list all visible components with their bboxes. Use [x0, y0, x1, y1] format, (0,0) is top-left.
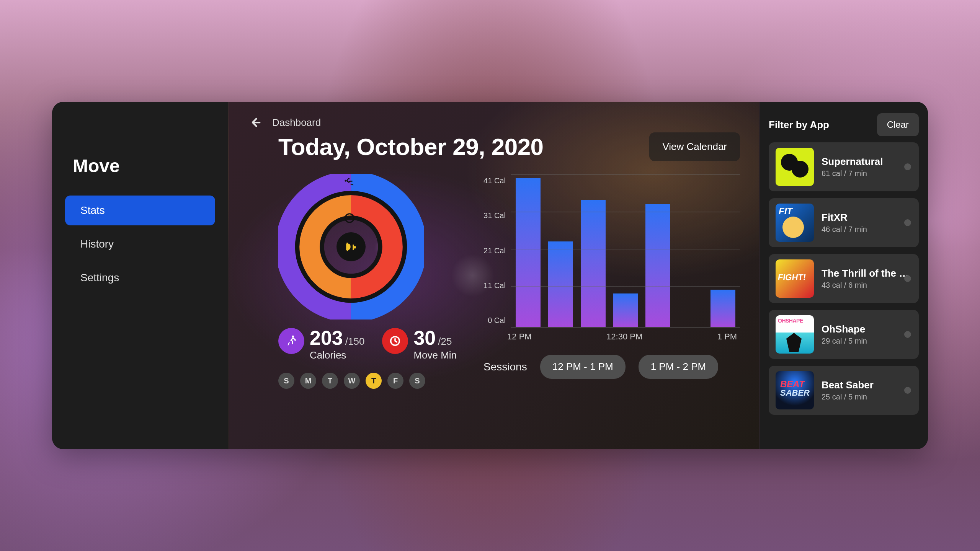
- view-calendar-button[interactable]: View Calendar: [649, 132, 740, 161]
- chart-ytick: 21 Cal: [483, 246, 506, 255]
- movemin-goal: /25: [438, 336, 452, 347]
- app-filter-item[interactable]: OhShape29 cal / 5 min: [769, 310, 919, 359]
- app-name: Beat Saber: [822, 379, 874, 391]
- calories-goal: /150: [345, 336, 365, 347]
- clock-icon: [344, 212, 355, 224]
- app-thumbnail: [776, 259, 814, 298]
- app-substat: 25 cal / 5 min: [822, 393, 874, 401]
- filter-title: Filter by App: [769, 119, 829, 131]
- page-title: Today, October 29, 2020: [278, 133, 544, 160]
- status-dot-icon: [904, 163, 911, 170]
- movemin-stat: 30 /25 Move Min: [382, 326, 457, 361]
- clock-icon: [382, 328, 408, 354]
- status-dot-icon: [904, 387, 911, 394]
- app-substat: 46 cal / 7 min: [822, 225, 867, 234]
- activity-rings-block: 203 /150 Calories 30: [278, 174, 457, 389]
- svg-point-8: [292, 336, 294, 338]
- chart-ytick: 11 Cal: [483, 281, 506, 290]
- chart-x-labels: 12 PM12:30 PM1 PM: [483, 327, 740, 342]
- sidebar: Move Stats History Settings: [52, 102, 228, 449]
- app-name: FitXR: [822, 212, 867, 223]
- chart-xtick: 12 PM: [507, 332, 532, 342]
- app-thumbnail: [776, 371, 814, 409]
- app-filter-item[interactable]: The Thrill of the Fi...43 cal / 6 min: [769, 254, 919, 303]
- sidebar-item-stats[interactable]: Stats: [65, 196, 215, 225]
- session-chip-1[interactable]: 12 PM - 1 PM: [540, 355, 626, 379]
- status-dot-icon: [904, 219, 911, 226]
- trophy-icon: [336, 232, 366, 261]
- sidebar-item-history[interactable]: History: [65, 229, 215, 259]
- weekday-chip[interactable]: T: [366, 373, 382, 389]
- app-substat: 61 cal / 7 min: [822, 169, 883, 178]
- app-name: Supernatural: [822, 156, 883, 168]
- chart-bar: [710, 290, 735, 327]
- calories-label: Calories: [310, 349, 364, 361]
- sidebar-item-settings[interactable]: Settings: [65, 263, 215, 293]
- chart-bar: [548, 241, 573, 327]
- app-name: OhShape: [822, 323, 867, 335]
- app-substat: 29 cal / 5 min: [822, 337, 867, 346]
- chart-bar: [516, 178, 541, 327]
- sessions-row: Sessions 12 PM - 1 PM 1 PM - 2 PM: [483, 355, 740, 379]
- app-filter-item[interactable]: Supernatural61 cal / 7 min: [769, 142, 919, 191]
- clear-filter-button[interactable]: Clear: [877, 113, 919, 136]
- weekday-chips: SMTWTFS: [278, 373, 425, 389]
- session-chip-2[interactable]: 1 PM - 2 PM: [639, 355, 718, 379]
- calories-value: 203: [310, 326, 343, 349]
- sidebar-title: Move: [73, 155, 215, 176]
- calories-stat: 203 /150 Calories: [278, 326, 364, 361]
- app-thumbnail: [776, 204, 814, 242]
- weekday-chip[interactable]: F: [387, 373, 403, 389]
- chart-bar: [613, 293, 638, 327]
- app-thumbnail: [776, 315, 814, 354]
- run-icon: [278, 328, 304, 354]
- chart-y-labels: 41 Cal31 Cal21 Cal11 Cal0 Cal: [483, 174, 506, 327]
- run-icon: [344, 176, 355, 188]
- app-name: The Thrill of the Fi...: [822, 267, 913, 279]
- chart-bar: [645, 204, 670, 327]
- app-filter-list: Supernatural61 cal / 7 minFitXR46 cal / …: [769, 142, 919, 415]
- app-filter-item[interactable]: Beat Saber25 cal / 5 min: [769, 366, 919, 415]
- chart-ytick: 0 Cal: [483, 316, 506, 325]
- activity-rings: [278, 174, 424, 320]
- weekday-chip[interactable]: T: [322, 373, 338, 389]
- app-thumbnail: [776, 148, 814, 186]
- filter-panel: Filter by App Clear Supernatural61 cal /…: [760, 102, 928, 449]
- movemin-label: Move Min: [413, 349, 457, 361]
- sessions-label: Sessions: [483, 361, 527, 373]
- stats-row: 203 /150 Calories 30: [278, 326, 457, 361]
- chart-ytick: 31 Cal: [483, 211, 506, 220]
- status-dot-icon: [904, 331, 911, 338]
- movemin-value: 30: [413, 326, 436, 349]
- weekday-chip[interactable]: W: [344, 373, 360, 389]
- chart-bar: [581, 200, 606, 327]
- chart-xtick: 1 PM: [717, 332, 737, 342]
- weekday-chip[interactable]: S: [409, 373, 425, 389]
- app-filter-item[interactable]: FitXR46 cal / 7 min: [769, 198, 919, 247]
- app-substat: 43 cal / 6 min: [822, 281, 913, 290]
- move-dashboard-panel: Move Stats History Settings Dashboard To…: [52, 102, 928, 449]
- weekday-chip[interactable]: S: [278, 373, 294, 389]
- chart-ytick: 41 Cal: [483, 176, 506, 185]
- sessions-chart-block: 41 Cal31 Cal21 Cal11 Cal0 Cal 12 PM12:30…: [483, 174, 740, 379]
- breadcrumb: Dashboard: [272, 117, 321, 129]
- status-dot-icon: [904, 275, 911, 282]
- chart-xtick: 12:30 PM: [606, 332, 642, 342]
- back-arrow-icon[interactable]: [248, 115, 263, 130]
- main-content: Dashboard Today, October 29, 2020 View C…: [228, 102, 760, 449]
- weekday-chip[interactable]: M: [300, 373, 316, 389]
- svg-point-6: [345, 180, 347, 182]
- sessions-bar-chart: [511, 174, 740, 327]
